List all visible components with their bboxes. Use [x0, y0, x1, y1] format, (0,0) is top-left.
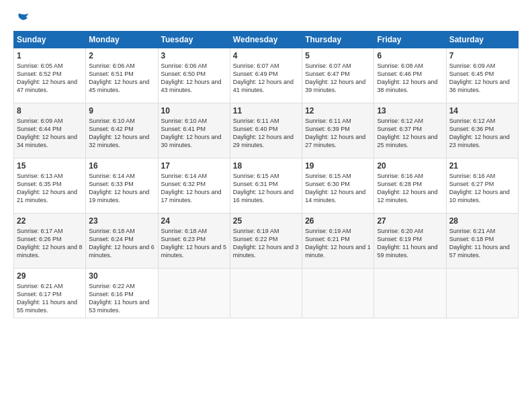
day-info: Sunrise: 6:22 AMSunset: 6:16 PMDaylight:… — [89, 282, 154, 315]
week-row-5: 29Sunrise: 6:21 AMSunset: 6:17 PMDayligh… — [14, 269, 519, 318]
day-cell: 22Sunrise: 6:17 AMSunset: 6:26 PMDayligh… — [14, 214, 86, 269]
day-cell: 30Sunrise: 6:22 AMSunset: 6:16 PMDayligh… — [86, 269, 158, 318]
day-number: 7 — [449, 51, 515, 60]
day-info: Sunrise: 6:09 AMSunset: 6:44 PMDaylight:… — [17, 117, 83, 150]
day-cell — [158, 269, 230, 318]
day-info: Sunrise: 6:15 AMSunset: 6:30 PMDaylight:… — [305, 172, 371, 205]
day-info: Sunrise: 6:14 AMSunset: 6:32 PMDaylight:… — [161, 172, 227, 205]
day-number: 11 — [233, 106, 299, 116]
day-cell: 27Sunrise: 6:20 AMSunset: 6:19 PMDayligh… — [374, 214, 446, 269]
day-number: 17 — [161, 161, 227, 171]
day-cell — [446, 269, 518, 318]
day-cell — [374, 269, 446, 318]
week-row-1: 1Sunrise: 6:05 AMSunset: 6:52 PMDaylight… — [14, 48, 519, 103]
day-number: 22 — [17, 216, 83, 226]
day-info: Sunrise: 6:10 AMSunset: 6:42 PMDaylight:… — [89, 117, 154, 150]
logo-bird-icon — [15, 11, 30, 26]
day-number: 25 — [233, 216, 299, 226]
day-number: 1 — [17, 51, 83, 60]
day-cell: 28Sunrise: 6:21 AMSunset: 6:18 PMDayligh… — [446, 214, 518, 269]
week-row-4: 22Sunrise: 6:17 AMSunset: 6:26 PMDayligh… — [14, 214, 519, 269]
day-info: Sunrise: 6:20 AMSunset: 6:19 PMDaylight:… — [377, 227, 443, 260]
day-number: 20 — [377, 161, 443, 171]
day-info: Sunrise: 6:12 AMSunset: 6:37 PMDaylight:… — [377, 117, 443, 150]
day-info: Sunrise: 6:15 AMSunset: 6:31 PMDaylight:… — [233, 172, 299, 205]
day-cell: 24Sunrise: 6:18 AMSunset: 6:23 PMDayligh… — [158, 214, 230, 269]
day-info: Sunrise: 6:08 AMSunset: 6:46 PMDaylight:… — [377, 62, 443, 95]
day-cell: 5Sunrise: 6:07 AMSunset: 6:47 PMDaylight… — [302, 48, 374, 103]
day-cell: 23Sunrise: 6:18 AMSunset: 6:24 PMDayligh… — [86, 214, 158, 269]
header-row: SundayMondayTuesdayWednesdayThursdayFrid… — [14, 32, 519, 48]
day-info: Sunrise: 6:07 AMSunset: 6:49 PMDaylight:… — [233, 62, 299, 95]
day-info: Sunrise: 6:14 AMSunset: 6:33 PMDaylight:… — [89, 172, 154, 205]
logo — [13, 11, 30, 26]
day-cell: 26Sunrise: 6:19 AMSunset: 6:21 PMDayligh… — [302, 214, 374, 269]
day-cell: 17Sunrise: 6:14 AMSunset: 6:32 PMDayligh… — [158, 158, 230, 214]
col-header-saturday: Saturday — [446, 32, 518, 48]
day-number: 14 — [449, 106, 515, 116]
day-number: 19 — [305, 161, 371, 171]
day-info: Sunrise: 6:17 AMSunset: 6:26 PMDaylight:… — [17, 227, 83, 260]
day-info: Sunrise: 6:11 AMSunset: 6:40 PMDaylight:… — [233, 117, 299, 150]
day-cell — [230, 269, 302, 318]
day-number: 6 — [377, 51, 443, 60]
day-number: 16 — [89, 161, 154, 171]
col-header-wednesday: Wednesday — [230, 32, 302, 48]
day-cell: 25Sunrise: 6:19 AMSunset: 6:22 PMDayligh… — [230, 214, 302, 269]
day-cell: 16Sunrise: 6:14 AMSunset: 6:33 PMDayligh… — [86, 158, 158, 214]
day-info: Sunrise: 6:06 AMSunset: 6:51 PMDaylight:… — [89, 62, 154, 95]
day-cell: 8Sunrise: 6:09 AMSunset: 6:44 PMDaylight… — [14, 103, 86, 158]
day-info: Sunrise: 6:11 AMSunset: 6:39 PMDaylight:… — [305, 117, 371, 150]
day-number: 24 — [161, 216, 227, 226]
day-info: Sunrise: 6:16 AMSunset: 6:27 PMDaylight:… — [449, 172, 515, 205]
day-info: Sunrise: 6:21 AMSunset: 6:17 PMDaylight:… — [17, 282, 83, 315]
col-header-sunday: Sunday — [14, 32, 86, 48]
day-cell: 9Sunrise: 6:10 AMSunset: 6:42 PMDaylight… — [86, 103, 158, 158]
calendar-table: SundayMondayTuesdayWednesdayThursdayFrid… — [13, 31, 519, 318]
col-header-thursday: Thursday — [302, 32, 374, 48]
day-cell: 14Sunrise: 6:12 AMSunset: 6:36 PMDayligh… — [446, 103, 518, 158]
day-number: 23 — [89, 216, 154, 226]
week-row-2: 8Sunrise: 6:09 AMSunset: 6:44 PMDaylight… — [14, 103, 519, 158]
day-cell: 21Sunrise: 6:16 AMSunset: 6:27 PMDayligh… — [446, 158, 518, 214]
day-cell: 3Sunrise: 6:06 AMSunset: 6:50 PMDaylight… — [158, 48, 230, 103]
day-cell: 15Sunrise: 6:13 AMSunset: 6:35 PMDayligh… — [14, 158, 86, 214]
day-cell: 1Sunrise: 6:05 AMSunset: 6:52 PMDaylight… — [14, 48, 86, 103]
day-number: 30 — [89, 271, 154, 281]
day-cell: 4Sunrise: 6:07 AMSunset: 6:49 PMDaylight… — [230, 48, 302, 103]
day-number: 3 — [161, 51, 227, 60]
day-number: 15 — [17, 161, 83, 171]
day-cell: 10Sunrise: 6:10 AMSunset: 6:41 PMDayligh… — [158, 103, 230, 158]
day-cell: 12Sunrise: 6:11 AMSunset: 6:39 PMDayligh… — [302, 103, 374, 158]
day-number: 26 — [305, 216, 371, 226]
day-info: Sunrise: 6:09 AMSunset: 6:45 PMDaylight:… — [449, 62, 515, 95]
day-number: 10 — [161, 106, 227, 116]
day-number: 28 — [449, 216, 515, 226]
col-header-tuesday: Tuesday — [158, 32, 230, 48]
day-number: 9 — [89, 106, 154, 116]
day-number: 8 — [17, 106, 83, 116]
day-cell: 29Sunrise: 6:21 AMSunset: 6:17 PMDayligh… — [14, 269, 86, 318]
day-number: 13 — [377, 106, 443, 116]
day-number: 18 — [233, 161, 299, 171]
day-cell: 2Sunrise: 6:06 AMSunset: 6:51 PMDaylight… — [86, 48, 158, 103]
day-cell: 11Sunrise: 6:11 AMSunset: 6:40 PMDayligh… — [230, 103, 302, 158]
day-info: Sunrise: 6:07 AMSunset: 6:47 PMDaylight:… — [305, 62, 371, 95]
header — [13, 11, 519, 26]
day-info: Sunrise: 6:13 AMSunset: 6:35 PMDaylight:… — [17, 172, 83, 205]
day-info: Sunrise: 6:19 AMSunset: 6:22 PMDaylight:… — [233, 227, 299, 260]
page: SundayMondayTuesdayWednesdayThursdayFrid… — [0, 0, 532, 411]
week-row-3: 15Sunrise: 6:13 AMSunset: 6:35 PMDayligh… — [14, 158, 519, 214]
day-cell: 19Sunrise: 6:15 AMSunset: 6:30 PMDayligh… — [302, 158, 374, 214]
day-number: 2 — [89, 51, 154, 60]
day-cell — [302, 269, 374, 318]
day-cell: 13Sunrise: 6:12 AMSunset: 6:37 PMDayligh… — [374, 103, 446, 158]
col-header-monday: Monday — [86, 32, 158, 48]
day-number: 27 — [377, 216, 443, 226]
day-cell: 6Sunrise: 6:08 AMSunset: 6:46 PMDaylight… — [374, 48, 446, 103]
day-number: 4 — [233, 51, 299, 60]
day-info: Sunrise: 6:05 AMSunset: 6:52 PMDaylight:… — [17, 62, 83, 95]
col-header-friday: Friday — [374, 32, 446, 48]
day-cell: 7Sunrise: 6:09 AMSunset: 6:45 PMDaylight… — [446, 48, 518, 103]
day-info: Sunrise: 6:06 AMSunset: 6:50 PMDaylight:… — [161, 62, 227, 95]
